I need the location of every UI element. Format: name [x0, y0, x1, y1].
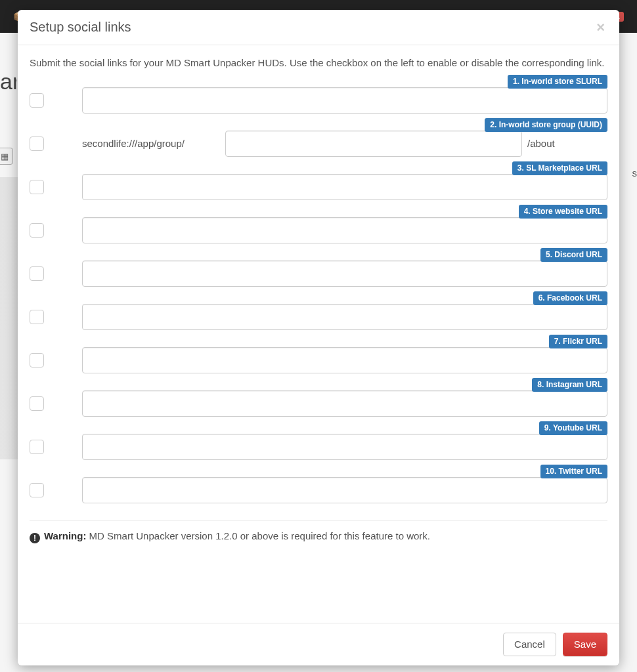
enable-checkbox[interactable]: [30, 396, 44, 411]
group-url-prefix: secondlife:///app/group/: [82, 138, 225, 149]
link-badge: 6. Facebook URL: [533, 291, 607, 305]
marketplace-url-input[interactable]: [82, 174, 607, 200]
enable-checkbox[interactable]: [30, 440, 44, 454]
setup-social-links-modal: Setup social links × Submit the social l…: [18, 10, 619, 665]
link-badge: 9. Youtube URL: [539, 421, 607, 435]
link-row-inworld-slurl: 1. In-world store SLURL: [30, 87, 607, 114]
warning-text: MD Smart Unpacker version 1.2.0 or above…: [89, 530, 430, 541]
link-row-discord: 5. Discord URL: [30, 261, 607, 287]
link-badge: 10. Twitter URL: [540, 465, 607, 478]
link-row-store-website: 4. Store website URL: [30, 217, 607, 243]
save-button[interactable]: Save: [563, 633, 607, 656]
enable-checkbox[interactable]: [30, 353, 44, 368]
store-website-input[interactable]: [82, 217, 607, 243]
slurl-input[interactable]: [82, 87, 607, 114]
enable-checkbox[interactable]: [30, 136, 44, 151]
link-badge: 1. In-world store SLURL: [508, 75, 607, 89]
link-row-marketplace: 3. SL Marketplace URL: [30, 174, 607, 200]
modal-body: Submit the social links for your MD Smar…: [18, 45, 619, 623]
modal-footer: Cancel Save: [18, 623, 619, 665]
modal-overlay: Setup social links × Submit the social l…: [0, 0, 637, 672]
cancel-button[interactable]: Cancel: [503, 633, 556, 656]
warning-line: ! Warning: MD Smart Unpacker version 1.2…: [30, 530, 607, 542]
facebook-url-input[interactable]: [82, 304, 607, 330]
link-badge: 4. Store website URL: [519, 205, 607, 219]
twitter-url-input[interactable]: [82, 477, 607, 503]
link-badge: 2. In-world store group (UUID): [485, 118, 607, 132]
group-uuid-input[interactable]: [225, 131, 522, 157]
close-button[interactable]: ×: [594, 20, 607, 35]
link-row-instagram: 8. Instagram URL: [30, 390, 607, 417]
enable-checkbox[interactable]: [30, 266, 44, 281]
enable-checkbox[interactable]: [30, 310, 44, 324]
modal-title: Setup social links: [30, 20, 594, 35]
enable-checkbox[interactable]: [30, 93, 44, 108]
group-url-suffix: /about: [522, 138, 560, 149]
discord-url-input[interactable]: [82, 261, 607, 287]
modal-header: Setup social links ×: [18, 10, 619, 45]
warning-label: Warning:: [44, 530, 86, 541]
link-badge: 3. SL Marketplace URL: [512, 161, 607, 175]
youtube-url-input[interactable]: [82, 434, 607, 460]
link-row-youtube: 9. Youtube URL: [30, 434, 607, 460]
instagram-url-input[interactable]: [82, 390, 607, 417]
flickr-url-input[interactable]: [82, 347, 607, 373]
enable-checkbox[interactable]: [30, 180, 44, 194]
modal-intro-text: Submit the social links for your MD Smar…: [30, 56, 607, 70]
warning-icon: !: [30, 533, 40, 543]
link-badge: 5. Discord URL: [540, 248, 607, 262]
enable-checkbox[interactable]: [30, 483, 44, 497]
link-badge: 7. Flickr URL: [549, 335, 607, 348]
link-row-facebook: 6. Facebook URL: [30, 304, 607, 330]
enable-checkbox[interactable]: [30, 223, 44, 238]
link-row-twitter: 10. Twitter URL: [30, 477, 607, 503]
link-row-group-uuid: 2. In-world store group (UUID) secondlif…: [30, 131, 607, 157]
link-row-flickr: 7. Flickr URL: [30, 347, 607, 373]
link-badge: 8. Instagram URL: [532, 378, 607, 392]
separator: [30, 520, 607, 521]
